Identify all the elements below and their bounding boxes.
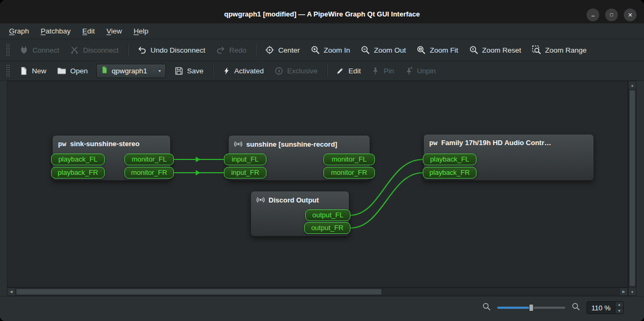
horizontal-scrollbar-thumb[interactable]: [16, 289, 382, 295]
graph-toolbar: Connect Disconnect Undo Disconnect Redo …: [0, 39, 644, 61]
close-button[interactable]: ×: [624, 9, 637, 21]
node-title: sunshine [sunshine-record]: [246, 140, 337, 148]
center-button[interactable]: Center: [260, 43, 305, 57]
menu-graph[interactable]: Graph: [3, 24, 35, 38]
new-file-icon: [19, 66, 28, 75]
disconnect-button[interactable]: Disconnect: [64, 43, 124, 57]
pipewire-icon: pw: [58, 140, 66, 148]
toolbar-drag-handle[interactable]: [6, 44, 10, 56]
pin-icon: [371, 66, 380, 75]
statusbar: 110 % ▲ ▼: [0, 296, 644, 321]
file-toolbar: New Open qpwgraph1 ▼ Save Activated Excl…: [0, 61, 644, 81]
connect-button[interactable]: Connect: [14, 43, 64, 57]
menu-patchbay[interactable]: Patchbay: [35, 24, 77, 38]
zoom-fit-button[interactable]: Zoom Fit: [411, 43, 463, 57]
connection-arrow-icon: [196, 157, 200, 162]
zoom-range-icon: [532, 45, 541, 55]
close-icon: ×: [628, 11, 632, 19]
connection-arrow-icon: [196, 170, 200, 175]
undo-disconnect-button[interactable]: Undo Disconnect: [132, 43, 211, 57]
menu-help[interactable]: Help: [128, 24, 154, 38]
save-button[interactable]: Save: [169, 64, 209, 78]
zoom-slider[interactable]: [497, 303, 565, 312]
port-monitor-fr[interactable]: monitor_FR: [323, 167, 375, 179]
zoom-spin-up-button[interactable]: ▲: [615, 302, 623, 308]
zoom-fit-icon: [416, 45, 426, 55]
patchbay-combobox-value: qpwgraph1: [112, 67, 147, 75]
scroll-down-button[interactable]: ▼: [629, 288, 636, 295]
open-button[interactable]: Open: [52, 63, 93, 78]
redo-icon: [216, 45, 225, 55]
zoom-in-button[interactable]: Zoom In: [305, 43, 356, 57]
disconnect-icon: [70, 45, 79, 55]
patchbay-file-icon: [101, 66, 108, 75]
minimize-button[interactable]: −: [587, 9, 599, 21]
pipewire-icon: pw: [429, 139, 438, 147]
zoom-spinbox[interactable]: 110 % ▲ ▼: [587, 301, 624, 314]
port-playback-fl[interactable]: playback_FL: [51, 154, 105, 165]
monitor-icon: [234, 140, 242, 148]
new-button[interactable]: New: [14, 64, 52, 78]
port-output-fl[interactable]: output_FL: [305, 209, 350, 221]
zoom-reset-icon: [469, 45, 479, 55]
toolbar-separator: [128, 44, 128, 56]
window-title: qpwgraph1 [modified] — A PipeWire Graph …: [0, 10, 644, 18]
scroll-up-button[interactable]: ▲: [629, 81, 636, 89]
maximize-icon: □: [610, 13, 613, 18]
edit-button[interactable]: Edit: [331, 64, 366, 78]
zoom-spin-down-button[interactable]: ▼: [615, 308, 623, 314]
app-window: qpwgraph1 [modified] — A PipeWire Graph …: [0, 0, 644, 321]
maximize-button[interactable]: □: [605, 9, 618, 21]
zoom-out-button[interactable]: Zoom Out: [355, 43, 411, 57]
open-folder-icon: [57, 66, 66, 75]
undo-icon: [137, 45, 147, 55]
window-controls: − □ ×: [587, 9, 637, 21]
graph-canvas[interactable]: pw sink-sunshine-stereo playback_FL play…: [7, 81, 628, 288]
port-input-fl[interactable]: input_FL: [224, 154, 266, 165]
zoom-range-button[interactable]: Zoom Range: [526, 43, 592, 57]
connection-wire[interactable]: [350, 173, 423, 228]
scroll-right-button[interactable]: ▶: [620, 288, 628, 295]
port-monitor-fr[interactable]: monitor_FR: [124, 167, 174, 179]
zoom-slider-handle[interactable]: [529, 304, 534, 311]
menubar: Graph Patchbay Edit View Help: [0, 23, 644, 39]
scroll-right-icon: ▶: [622, 290, 625, 294]
connections-layer: [7, 81, 628, 288]
horizontal-scrollbar[interactable]: ◀ ▶: [7, 288, 628, 296]
zoom-out-icon: [361, 45, 370, 55]
titlebar[interactable]: qpwgraph1 [modified] — A PipeWire Graph …: [0, 0, 644, 23]
activated-button[interactable]: Activated: [217, 64, 270, 78]
minimize-icon: −: [591, 13, 595, 19]
exclusive-icon: [274, 66, 283, 75]
scroll-left-button[interactable]: ◀: [7, 288, 15, 295]
port-playback-fr[interactable]: playback_FR: [51, 167, 105, 179]
pin-button[interactable]: Pin: [366, 64, 399, 78]
port-monitor-fl[interactable]: monitor_FL: [323, 154, 375, 165]
exclusive-button[interactable]: Exclusive: [269, 64, 323, 78]
vertical-scrollbar[interactable]: ▲ ▼: [628, 81, 637, 296]
zoom-in-icon: [572, 302, 580, 313]
zoom-value[interactable]: 110 %: [587, 304, 615, 312]
port-playback-fl[interactable]: playback_FL: [423, 154, 476, 165]
redo-button[interactable]: Redo: [211, 43, 252, 57]
port-output-fr[interactable]: output_FR: [304, 222, 350, 234]
toolbar-separator: [213, 64, 213, 77]
spin-arrows: ▲ ▼: [615, 302, 623, 314]
toolbar-separator: [255, 44, 256, 56]
unpin-button[interactable]: Unpin: [399, 64, 441, 78]
port-input-fr[interactable]: input_FR: [224, 167, 266, 179]
node-title: Discord Output: [269, 196, 319, 204]
zoom-reset-button[interactable]: Zoom Reset: [464, 43, 527, 57]
port-playback-fr[interactable]: playback_FR: [423, 167, 476, 179]
port-monitor-fl[interactable]: monitor_FL: [124, 154, 174, 165]
chevron-down-icon[interactable]: ▼: [154, 69, 162, 73]
connect-icon: [19, 45, 29, 55]
patchbay-combobox[interactable]: qpwgraph1 ▼: [96, 64, 166, 78]
toolbar-drag-handle[interactable]: [6, 65, 10, 77]
zoom-in-icon: [311, 45, 320, 55]
vertical-scrollbar-thumb[interactable]: [629, 90, 635, 286]
menu-view[interactable]: View: [101, 24, 128, 38]
unpin-icon: [405, 66, 413, 75]
edit-pencil-icon: [336, 66, 345, 75]
menu-edit[interactable]: Edit: [77, 24, 101, 38]
